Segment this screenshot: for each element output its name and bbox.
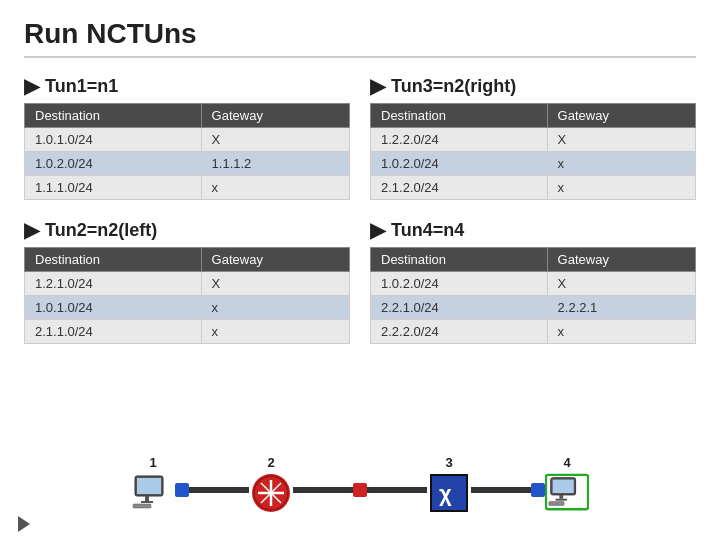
table-row: 2.2.1.0/24 <box>371 296 548 320</box>
tun1-title: Tun1=n1 <box>45 76 118 97</box>
table-row: 1.0.1.0/24 <box>25 128 202 152</box>
node-1-label: 1 <box>149 455 156 470</box>
content-area: ▶ Tun1=n1 Destination Gateway 1.0.1.0/24… <box>24 74 696 362</box>
page: Run NCTUns ▶ Tun1=n1 Destination Gateway <box>0 0 720 540</box>
table-row: 2.1.2.0/24 <box>371 176 548 200</box>
node-3-label: 3 <box>445 455 452 470</box>
bottom-arrow <box>18 516 30 532</box>
tun1-bullet: ▶ <box>24 74 39 98</box>
tun1-section: ▶ Tun1=n1 Destination Gateway 1.0.1.0/24… <box>24 74 350 200</box>
node-3: 3 χ <box>427 455 471 512</box>
tun3-col-gw: Gateway <box>547 104 695 128</box>
tun3-title: Tun3=n2(right) <box>391 76 516 97</box>
svg-rect-1 <box>137 478 161 494</box>
table-row: 2.2.2.1 <box>547 296 695 320</box>
table-row: 1.0.2.0/24 <box>371 152 548 176</box>
table-row: 1.0.2.0/24 <box>371 272 548 296</box>
node-4-label: 4 <box>563 455 570 470</box>
table-row: 2.2.2.0/24 <box>371 320 548 344</box>
line-1 <box>189 487 249 493</box>
svg-rect-13 <box>553 480 574 493</box>
table-row: x <box>547 152 695 176</box>
server-icon <box>545 474 589 512</box>
router-icon <box>249 474 293 512</box>
tun1-col-dest: Destination <box>25 104 202 128</box>
table-row: 1.1.1.0/24 <box>25 176 202 200</box>
svg-rect-15 <box>556 499 567 501</box>
table-row: 1.2.1.0/24 <box>25 272 202 296</box>
tun2-header: ▶ Tun2=n2(left) <box>24 218 350 242</box>
tun3-bullet: ▶ <box>370 74 385 98</box>
table-row: X <box>547 128 695 152</box>
right-column: ▶ Tun3=n2(right) Destination Gateway 1.2… <box>370 74 696 362</box>
table-row: x <box>201 320 349 344</box>
node-1: 1 <box>131 455 175 512</box>
tun2-col-dest: Destination <box>25 248 202 272</box>
tun2-section: ▶ Tun2=n2(left) Destination Gateway 1.2.… <box>24 218 350 344</box>
svg-rect-14 <box>559 495 563 499</box>
diagram-inner: 1 2 <box>24 455 696 512</box>
computer-icon <box>131 474 175 512</box>
svg-rect-4 <box>133 504 151 508</box>
svg-rect-2 <box>145 496 149 501</box>
connector-blue-1 <box>175 483 189 497</box>
tun3-table: Destination Gateway 1.2.2.0/24X1.0.2.0/2… <box>370 103 696 200</box>
tun3-section: ▶ Tun3=n2(right) Destination Gateway 1.2… <box>370 74 696 200</box>
diagram-area: 1 2 <box>24 455 696 512</box>
svg-rect-3 <box>141 501 153 503</box>
table-row: 1.0.1.0/24 <box>25 296 202 320</box>
tun4-title: Tun4=n4 <box>391 220 464 241</box>
table-row: x <box>547 320 695 344</box>
table-row: x <box>547 176 695 200</box>
table-row: x <box>201 176 349 200</box>
tun3-col-dest: Destination <box>371 104 548 128</box>
table-row: 1.0.2.0/24 <box>25 152 202 176</box>
tun4-bullet: ▶ <box>370 218 385 242</box>
page-title: Run NCTUns <box>24 18 696 58</box>
table-row: 1.2.2.0/24 <box>371 128 548 152</box>
tun2-title: Tun2=n2(left) <box>45 220 157 241</box>
connector-red <box>353 483 367 497</box>
tun4-header: ▶ Tun4=n4 <box>370 218 696 242</box>
line-4 <box>471 487 531 493</box>
table-row: 2.1.1.0/24 <box>25 320 202 344</box>
tun1-table: Destination Gateway 1.0.1.0/24X1.0.2.0/2… <box>24 103 350 200</box>
left-column: ▶ Tun1=n1 Destination Gateway 1.0.1.0/24… <box>24 74 350 362</box>
xi-icon: χ <box>427 474 471 512</box>
node-4: 4 <box>545 455 589 512</box>
table-row: x <box>201 296 349 320</box>
tun4-col-gw: Gateway <box>547 248 695 272</box>
table-row: X <box>201 272 349 296</box>
tun2-table: Destination Gateway 1.2.1.0/24X1.0.1.0/2… <box>24 247 350 344</box>
tun1-header: ▶ Tun1=n1 <box>24 74 350 98</box>
tun4-section: ▶ Tun4=n4 Destination Gateway 1.0.2.0/24… <box>370 218 696 344</box>
tun3-header: ▶ Tun3=n2(right) <box>370 74 696 98</box>
connector-blue-2 <box>531 483 545 497</box>
tun2-col-gw: Gateway <box>201 248 349 272</box>
node-2-label: 2 <box>267 455 274 470</box>
tun4-table: Destination Gateway 1.0.2.0/24X2.2.1.0/2… <box>370 247 696 344</box>
table-row: X <box>201 128 349 152</box>
node-2: 2 <box>249 455 293 512</box>
tun2-bullet: ▶ <box>24 218 39 242</box>
table-row: X <box>547 272 695 296</box>
line-2 <box>293 487 353 493</box>
svg-text:χ: χ <box>439 481 452 506</box>
tun4-col-dest: Destination <box>371 248 548 272</box>
table-row: 1.1.1.2 <box>201 152 349 176</box>
svg-rect-16 <box>549 502 564 506</box>
tun1-col-gw: Gateway <box>201 104 349 128</box>
line-3 <box>367 487 427 493</box>
